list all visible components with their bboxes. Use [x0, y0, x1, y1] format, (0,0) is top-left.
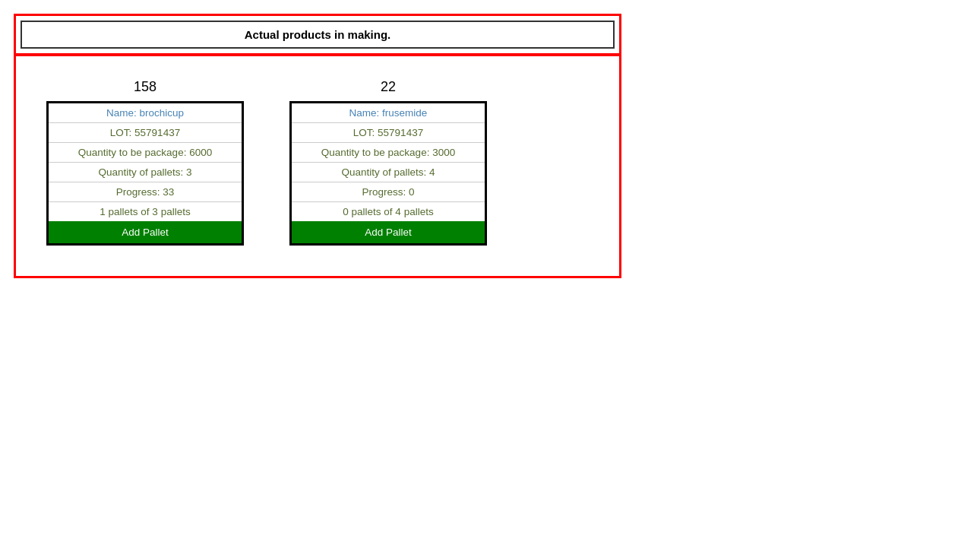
- main-container: Actual products in making. 158 Name: bro…: [14, 14, 621, 278]
- product-column-1: 158 Name: brochicup LOT: 55791437 Quanti…: [46, 79, 244, 246]
- product-name-2: Name: frusemide: [292, 103, 485, 123]
- product-column-2: 22 Name: frusemide LOT: 55791437 Quantit…: [289, 79, 487, 246]
- product-progress-1: Progress: 33: [49, 182, 242, 202]
- page-title: Actual products in making.: [245, 28, 391, 41]
- add-pallet-button-2[interactable]: Add Pallet: [292, 221, 485, 243]
- products-area: 158 Name: brochicup LOT: 55791437 Quanti…: [16, 56, 619, 276]
- product-qty-package-2: Quantity to be package: 3000: [292, 143, 485, 163]
- product-id-2: 22: [381, 79, 396, 95]
- add-pallet-button-1[interactable]: Add Pallet: [49, 221, 242, 243]
- product-progress-2: Progress: 0: [292, 182, 485, 202]
- title-bar: Actual products in making.: [21, 21, 615, 49]
- product-pallets-status-1: 1 pallets of 3 pallets: [49, 202, 242, 221]
- product-pallets-status-2: 0 pallets of 4 pallets: [292, 202, 485, 221]
- product-id-1: 158: [134, 79, 156, 95]
- product-name-1: Name: brochicup: [49, 103, 242, 123]
- product-qty-pallets-1: Quantity of pallets: 3: [49, 163, 242, 182]
- product-qty-package-1: Quantity to be package: 6000: [49, 143, 242, 163]
- product-lot-2: LOT: 55791437: [292, 123, 485, 143]
- product-card-1: Name: brochicup LOT: 55791437 Quantity t…: [46, 101, 244, 246]
- product-card-2: Name: frusemide LOT: 55791437 Quantity t…: [289, 101, 487, 246]
- product-lot-1: LOT: 55791437: [49, 123, 242, 143]
- product-qty-pallets-2: Quantity of pallets: 4: [292, 163, 485, 182]
